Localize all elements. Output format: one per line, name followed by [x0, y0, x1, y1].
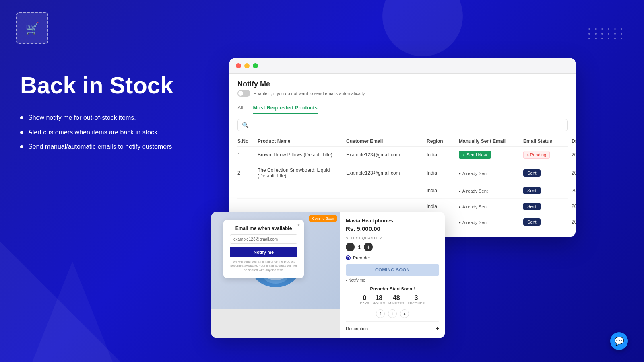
col-email-status: Email Status [523, 138, 572, 144]
toggle-label: Enable it, if you do not want to send em… [254, 91, 366, 96]
row-1-region: India [427, 152, 459, 158]
select-qty-label: SELECT QUANTITY [346, 236, 439, 240]
product-price: Rs. 5,000.00 [346, 225, 439, 232]
coming-soon-button[interactable]: COMING SOON [346, 264, 439, 276]
feature-text-3: Send manual/automatic emails to notify c… [28, 143, 174, 150]
table-header: S.No Product Name Customer Email Region … [237, 136, 568, 147]
product-popup: Coming Soon ✕ Email me when available No… [211, 212, 445, 338]
bullet-3 [20, 145, 23, 148]
feature-text-1: Show notify me for out-of-stock items. [28, 114, 136, 121]
row-5-manually-sent: Already Sent [459, 219, 523, 225]
radio-inner [347, 257, 349, 259]
notify-me-link[interactable]: • Notify me [346, 278, 439, 282]
row-1-email: Example123@gmail.com [346, 152, 427, 158]
toggle-row: Enable it, if you do not want to send em… [237, 90, 568, 97]
days-label: DAYS [360, 302, 369, 305]
maximize-button[interactable] [253, 63, 258, 68]
status-pending-badge: Pending [523, 151, 550, 159]
row-2-region: India [427, 170, 459, 176]
description-label: Description [346, 326, 368, 331]
social-other-icon[interactable]: ● [400, 309, 409, 318]
preorder-label: Preorder [353, 255, 370, 260]
row-3-status: Sent [523, 187, 572, 194]
already-sent-label: Already Sent [459, 204, 488, 209]
window-titlebar [229, 58, 576, 74]
row-4-date: 2024-03-20 06:19:21 [572, 204, 576, 209]
send-now-button[interactable]: Send Now [459, 151, 491, 159]
description-expand-button[interactable]: + [436, 325, 439, 332]
status-sent-badge: Sent [523, 187, 541, 194]
tabs: All Most Requested Products [237, 102, 568, 114]
bg-circle-top [382, 0, 463, 56]
table-row: 1 Brown Throw Pillows (Default Title) Ex… [237, 147, 568, 163]
email-popup-note: We will send you an email once the produ… [230, 260, 297, 272]
days-value: 0 [360, 294, 369, 302]
countdown-days: 0 DAYS [360, 294, 369, 305]
qty-decrease[interactable]: − [346, 243, 355, 251]
product-image-section: Coming Soon ✕ Email me when available No… [211, 212, 340, 338]
twitter-icon[interactable]: t [388, 309, 397, 318]
facebook-icon[interactable]: f [376, 309, 385, 318]
row-1-manually-sent: Send Now [459, 151, 523, 159]
bullet-2 [20, 131, 23, 134]
status-sent-badge: Sent [523, 203, 541, 210]
preorder-row: Preorder [346, 255, 439, 260]
row-1-status: Pending [523, 151, 572, 159]
countdown-minutes: 48 MINUTES [388, 294, 405, 305]
qty-control: − 1 + [346, 243, 439, 251]
chat-button[interactable]: 💬 [610, 332, 628, 350]
notify-me-button[interactable]: Notify me [230, 247, 297, 257]
already-sent-label: Already Sent [459, 171, 488, 176]
logo-icon: 🛒 [25, 22, 39, 35]
already-sent-label: Already Sent [459, 189, 488, 193]
product-name: Mavia Headphones [346, 218, 439, 224]
product-detail-section: Mavia Headphones Rs. 5,000.00 SELECT QUA… [340, 212, 445, 338]
feature-text-2: Alert customers when items are back in s… [28, 129, 159, 136]
preorder-radio[interactable] [346, 255, 351, 260]
qty-value: 1 [358, 244, 361, 250]
tab-most-requested[interactable]: Most Requested Products [253, 102, 317, 114]
coming-soon-badge: Coming Soon [309, 215, 337, 222]
main-window: Notify Me Enable it, if you do not want … [229, 58, 576, 237]
row-1-date: 2024-03-20 06:19:10 [572, 152, 576, 158]
col-email: Customer Email [346, 138, 427, 144]
search-icon: 🔍 [242, 122, 249, 128]
row-4-manually-sent: Already Sent [459, 204, 523, 210]
hours-label: HOURS [373, 302, 385, 305]
auto-email-toggle[interactable] [237, 90, 250, 97]
email-popup: ✕ Email me when available Notify me We w… [223, 220, 304, 278]
search-bar: 🔍 [237, 119, 568, 131]
row-5-date: 2024-03-20 06:19:22 [572, 219, 576, 225]
toggle-knob [238, 91, 243, 96]
seconds-value: 3 [408, 294, 425, 302]
countdown-seconds: 3 SECONDS [408, 294, 425, 305]
row-2-status: Sent [523, 169, 572, 177]
email-popup-title: Email me when available [230, 226, 297, 231]
qty-increase[interactable]: + [364, 243, 373, 251]
chat-icon: 💬 [614, 336, 624, 346]
row-2-manually-sent: Already Sent [459, 170, 523, 176]
countdown-hours: 18 HOURS [373, 294, 385, 305]
tab-all[interactable]: All [237, 102, 243, 114]
col-manually-sent: Manually Sent Email [459, 138, 523, 144]
row-2-sno: 2 [237, 170, 258, 176]
row-4-region: India [427, 204, 459, 209]
feature-item-2: Alert customers when items are back in s… [20, 129, 174, 136]
email-popup-close[interactable]: ✕ [297, 222, 301, 228]
status-sent-badge: Sent [523, 218, 541, 226]
row-4-status: Sent [523, 203, 572, 210]
row-2-email: Example123@gmail.com [346, 170, 427, 176]
col-region: Region [427, 138, 459, 144]
feature-list: Show notify me for out-of-stock items. A… [20, 114, 174, 150]
seconds-label: SECONDS [408, 302, 425, 305]
countdown: 0 DAYS 18 HOURS 48 MINUTES 3 SECONDS [346, 294, 439, 305]
close-button[interactable] [236, 63, 241, 68]
col-product: Product Name [258, 138, 346, 144]
description-row: Description + [346, 321, 439, 332]
row-1-sno: 1 [237, 152, 258, 158]
email-input[interactable] [230, 234, 297, 244]
minutes-value: 48 [388, 294, 405, 302]
status-sent-badge: Sent [523, 169, 541, 177]
search-input[interactable] [251, 122, 563, 128]
minimize-button[interactable] [244, 63, 250, 68]
